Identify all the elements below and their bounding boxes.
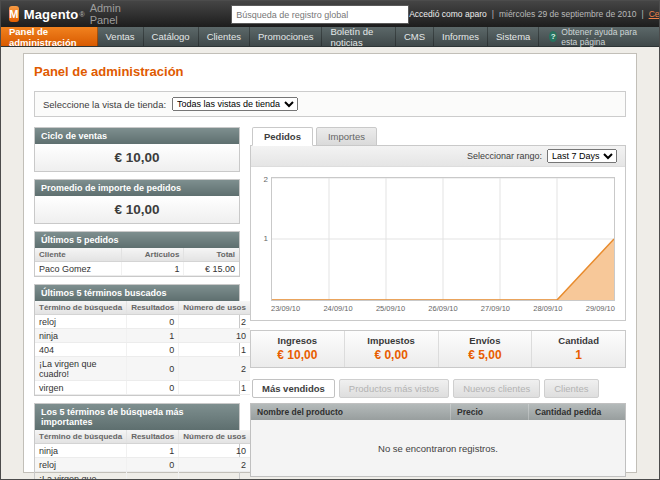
table-row[interactable]: ninja 1 10 (35, 329, 250, 343)
nav-item-dashboard[interactable]: Panel de administración (1, 27, 98, 46)
lifetime-sales-block: Ciclo de ventas € 10,00 (34, 127, 240, 172)
logo-text: Magento (24, 7, 79, 22)
tab-most-viewed[interactable]: Productos más vistos (339, 379, 449, 398)
nav-item-newsletter[interactable]: Boletín de noticias (322, 27, 396, 46)
cell-uses: 1 (179, 343, 250, 357)
table-row[interactable]: 404 0 1 (35, 343, 250, 357)
cell-uses: 2 (179, 472, 250, 480)
help-label: Obtener ayuda para esta página (561, 27, 649, 47)
column-header: Resultados (127, 430, 179, 444)
bottom-tabs: Más vendidos Productos más vistos Nuevos… (250, 379, 626, 398)
cell-results: 1 (127, 444, 179, 458)
table-row[interactable]: virgen 0 1 (35, 381, 250, 395)
store-view-bar: Seleccione la vista de tienda: Todas las… (34, 91, 626, 117)
table-row[interactable]: ninja 1 10 (35, 444, 250, 458)
cell-results: 0 (127, 381, 179, 395)
column-header: Total (184, 248, 239, 262)
separator: | (641, 9, 643, 19)
average-orders-block: Promedio de importe de pedidos € 10,00 (34, 179, 240, 224)
help-link[interactable]: ? Obtener ayuda para esta página (539, 27, 659, 46)
user-info: Accedió como aparo | miércoles 29 de sep… (409, 9, 660, 19)
nav-item-sales[interactable]: Ventas (98, 27, 144, 46)
nav-item-reports[interactable]: Informes (434, 27, 488, 46)
y-axis-tick: 1 (256, 234, 268, 243)
orders-chart-panel: Seleccionar rango: Last 7 Days 2 1 23/09… (250, 145, 626, 321)
nav-item-catalog[interactable]: Catálogo (144, 27, 199, 46)
dashboard-panel: Panel de administración Seleccione la vi… (23, 53, 637, 473)
main-nav: Panel de administración Ventas Catálogo … (1, 27, 659, 47)
tab-customers[interactable]: Clientes (544, 379, 598, 398)
content-area: Panel de administración Seleccione la vi… (1, 47, 659, 473)
table-row[interactable]: reloj 0 2 (35, 315, 250, 329)
tab-bestsellers[interactable]: Más vendidos (252, 379, 335, 398)
table-row[interactable]: ¡La virgen que cuadro! 0 2 (35, 357, 250, 381)
last-orders-block: Últimos 5 pedidos Cliente Artículos Tota… (34, 231, 240, 277)
empty-records-message: No se encontraron registros. (251, 420, 625, 476)
cell-term: ninja (35, 329, 127, 343)
total-value: € 0,00 (345, 348, 438, 362)
top-search-title: Los 5 términos de búsqueda más important… (35, 404, 239, 430)
nav-item-promotions[interactable]: Promociones (250, 27, 322, 46)
dashboard-right-column: Pedidos Importes Seleccionar rango: Last… (250, 127, 626, 480)
range-bar: Seleccionar rango: Last 7 Days (251, 146, 625, 167)
current-date: miércoles 29 de septiembre de 2010 (499, 9, 637, 19)
nav-item-system[interactable]: Sistema (488, 27, 539, 46)
magento-logo-icon: M (9, 6, 19, 22)
nav-item-cms[interactable]: CMS (396, 27, 434, 46)
cell-term: virgen (35, 381, 127, 395)
store-view-select[interactable]: Todas las vistas de tienda (172, 97, 298, 111)
top-search-table: Término de búsqueda Resultados Número de… (35, 430, 250, 480)
cell-uses: 2 (179, 315, 250, 329)
column-header: Número de usos (179, 301, 250, 315)
total-value: 1 (532, 348, 625, 362)
range-label: Seleccionar rango: (467, 151, 542, 161)
x-axis-tick: 25/09/10 (376, 304, 405, 313)
cell-results: 1 (127, 329, 179, 343)
cell-term: ninja (35, 444, 127, 458)
last-orders-title: Últimos 5 pedidos (35, 232, 239, 248)
top-header: M Magento ® Admin Panel Accedió como apa… (1, 1, 659, 27)
cell-results: 0 (127, 357, 179, 381)
cell-uses: 2 (179, 458, 250, 472)
last-search-block: Últimos 5 términos buscados Término de b… (34, 284, 240, 396)
page-title: Panel de administración (34, 64, 626, 79)
table-row[interactable]: Paco Gomez 1 € 15.00 (35, 262, 239, 276)
total-value: € 10,00 (251, 348, 344, 362)
cell-results: 0 (127, 315, 179, 329)
global-search-input[interactable] (231, 5, 409, 24)
logo-subtitle: Admin Panel (90, 2, 128, 26)
dashboard-left-column: Ciclo de ventas € 10,00 Promedio de impo… (34, 127, 240, 480)
table-row[interactable]: ¡La virgen que cuadro! 0 2 (35, 472, 250, 480)
total-value: € 5,00 (439, 348, 532, 362)
total-quantity: Cantidad 1 (532, 331, 625, 367)
column-header: Término de búsqueda (35, 430, 127, 444)
y-axis-tick: 2 (256, 175, 268, 184)
nav-item-customers[interactable]: Clientes (199, 27, 250, 46)
help-icon: ? (549, 31, 557, 42)
range-select[interactable]: Last 7 Days (547, 149, 617, 163)
cell-uses: 2 (179, 357, 250, 381)
logout-link[interactable]: Cerrar Sesión (649, 9, 660, 19)
totals-bar: Ingresos € 10,00 Impuestos € 0,00 Envíos… (250, 330, 626, 368)
average-orders-value: € 10,00 (35, 196, 239, 223)
tab-new-customers[interactable]: Nuevos clientes (453, 379, 540, 398)
lifetime-sales-title: Ciclo de ventas (35, 128, 239, 144)
orders-chart: 2 1 (271, 177, 615, 301)
chart-tabs: Pedidos Importes (250, 127, 626, 146)
tab-amounts[interactable]: Importes (316, 127, 377, 146)
total-label: Ingresos (251, 335, 344, 346)
cell-customer: Paco Gomez (35, 262, 122, 276)
table-row[interactable]: reloj 0 2 (35, 458, 250, 472)
column-header: Nombre del producto (251, 404, 451, 420)
column-header: Resultados (127, 301, 179, 315)
x-axis-labels: 23/09/10 24/09/10 25/09/10 26/09/10 27/0… (271, 304, 615, 313)
logged-in-as: Accedió como aparo (409, 9, 487, 19)
column-header: Término de búsqueda (35, 301, 127, 315)
registered-mark: ® (79, 11, 84, 18)
top-search-block: Los 5 términos de búsqueda más important… (34, 403, 240, 480)
x-axis-tick: 28/09/10 (533, 304, 562, 313)
total-label: Envíos (439, 335, 532, 346)
average-orders-title: Promedio de importe de pedidos (35, 180, 239, 196)
cell-uses: 10 (179, 329, 250, 343)
tab-orders[interactable]: Pedidos (252, 127, 313, 146)
